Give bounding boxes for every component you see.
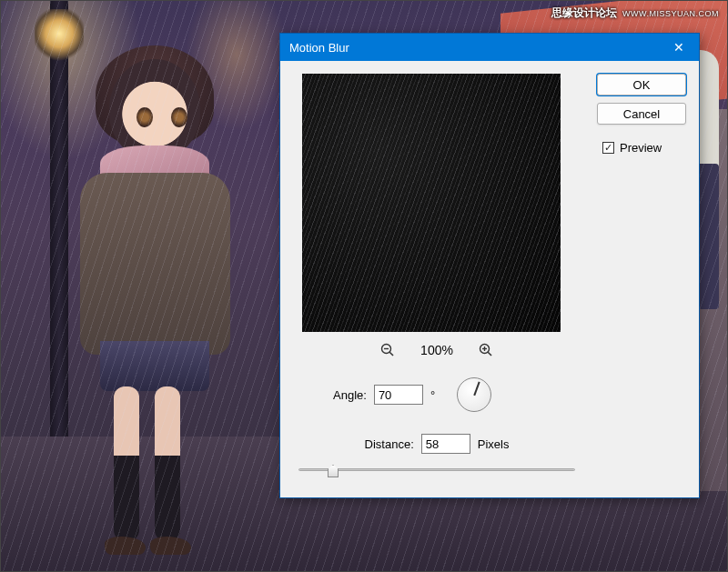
preview-toggle[interactable]: ✓ Preview <box>597 141 686 155</box>
cancel-button[interactable]: Cancel <box>597 103 686 125</box>
slider-thumb[interactable] <box>328 465 339 477</box>
watermark: 思缘设计论坛 WWW.MISSYUAN.COM <box>551 5 719 21</box>
watermark-text: 思缘设计论坛 <box>551 6 617 19</box>
preview-label: Preview <box>620 141 662 155</box>
zoom-level: 100% <box>420 343 453 357</box>
distance-input[interactable] <box>421 434 470 454</box>
watermark-url: WWW.MISSYUAN.COM <box>622 9 719 18</box>
zoom-out-icon[interactable] <box>380 343 395 357</box>
effect-preview[interactable] <box>302 74 561 332</box>
close-button[interactable]: ✕ <box>658 34 699 61</box>
preview-checkbox[interactable]: ✓ <box>602 142 614 154</box>
svg-line-1 <box>389 352 393 356</box>
angle-dial[interactable] <box>457 377 491 412</box>
motion-blur-dialog: Motion Blur ✕ 100% Angle: ° <box>279 33 700 498</box>
svg-line-4 <box>488 352 491 356</box>
dialog-title: Motion Blur <box>289 41 658 55</box>
distance-label: Distance: <box>365 437 414 451</box>
check-icon: ✓ <box>604 143 612 153</box>
angle-input[interactable] <box>374 385 423 405</box>
distance-slider[interactable] <box>293 463 581 477</box>
zoom-in-icon[interactable] <box>479 343 493 357</box>
ok-button[interactable]: OK <box>597 74 686 95</box>
distance-unit: Pixels <box>478 437 510 451</box>
dialog-titlebar[interactable]: Motion Blur ✕ <box>280 34 699 61</box>
close-icon: ✕ <box>673 40 684 55</box>
angle-unit: ° <box>430 388 435 402</box>
angle-label: Angle: <box>333 388 367 402</box>
